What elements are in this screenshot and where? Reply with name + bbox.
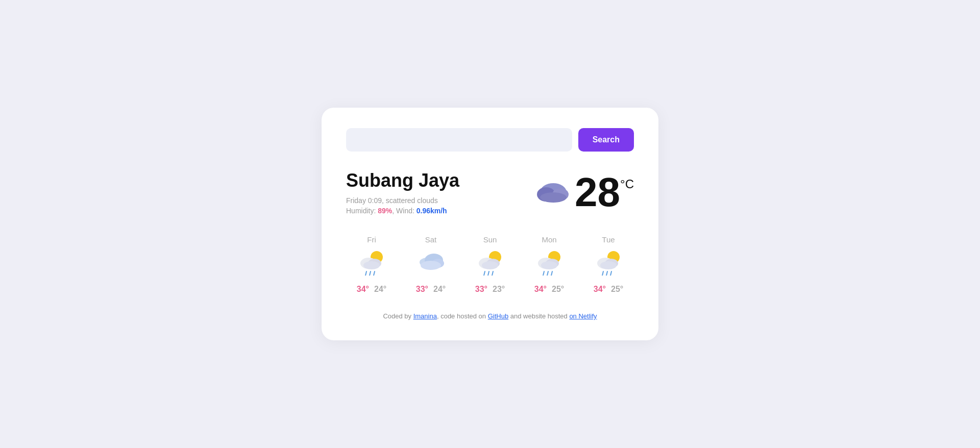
svg-line-26	[543, 271, 544, 276]
temp-high-fri: 34°	[357, 285, 369, 294]
temp-display: 28 °C	[530, 172, 634, 213]
temp-low-fri: 24°	[374, 285, 386, 294]
wind-label: Wind:	[396, 207, 414, 215]
svg-point-25	[541, 261, 557, 269]
date-time: Friday 0:09, scattered clouds	[346, 196, 459, 205]
forecast-icon-tue	[594, 249, 623, 280]
svg-line-21	[492, 271, 493, 276]
humidity-value: 89%	[378, 207, 392, 215]
svg-line-28	[551, 271, 552, 276]
forecast-day-fri: Fri 34° 24°	[346, 235, 397, 294]
forecast-icon-fri	[357, 249, 386, 280]
temp-high-mon: 34°	[534, 285, 547, 294]
temp-low-mon: 25°	[552, 285, 564, 294]
svg-point-14	[421, 261, 441, 270]
svg-line-35	[610, 271, 611, 276]
search-row: subang jaya Search	[346, 128, 634, 152]
svg-line-9	[370, 271, 371, 276]
forecast-day-sat: Sat 33° 24°	[405, 235, 456, 294]
forecast-icon-sat	[416, 249, 445, 280]
footer-text-middle: , code hosted on	[437, 312, 488, 320]
forecast-row: Fri 34° 24° Sat	[346, 235, 634, 294]
temp-low-tue: 25°	[611, 285, 623, 294]
footer: Coded by Imanina, code hosted on GitHub …	[346, 312, 634, 320]
current-weather-section: Subang Jaya Friday 0:09, scattered cloud…	[346, 170, 634, 215]
svg-line-34	[606, 271, 607, 276]
forecast-icon-sun	[476, 249, 504, 280]
forecast-temps-fri: 34° 24°	[357, 285, 386, 294]
svg-line-27	[547, 271, 548, 276]
svg-point-32	[600, 261, 617, 269]
forecast-day-sun: Sun 33° 23°	[464, 235, 516, 294]
city-info: Subang Jaya Friday 0:09, scattered cloud…	[346, 170, 459, 215]
day-label-sun: Sun	[483, 235, 497, 244]
forecast-day-mon: Mon 34° 25°	[524, 235, 575, 294]
wind-value: 0.96km/h	[416, 207, 447, 215]
day-label-tue: Tue	[602, 235, 615, 244]
footer-netlify-link[interactable]: on Netlify	[569, 312, 597, 320]
footer-text-after: and website hosted	[508, 312, 569, 320]
footer-github-link[interactable]: GitHub	[488, 312, 508, 320]
forecast-temps-mon: 34° 25°	[534, 285, 564, 294]
temp-low-sat: 24°	[433, 285, 446, 294]
svg-line-10	[374, 271, 375, 276]
svg-line-8	[365, 271, 366, 276]
footer-author-link[interactable]: Imanina	[413, 312, 437, 320]
city-name: Subang Jaya	[346, 170, 459, 191]
forecast-icon-mon	[535, 249, 564, 280]
temp-high-tue: 34°	[594, 285, 606, 294]
svg-line-20	[488, 271, 489, 276]
footer-text-before: Coded by	[383, 312, 413, 320]
humidity-label: Humidity:	[346, 207, 376, 215]
day-label-mon: Mon	[542, 235, 556, 244]
svg-point-7	[363, 261, 380, 269]
temp-low-sun: 23°	[493, 285, 505, 294]
current-temperature: 28	[575, 172, 620, 213]
humidity-wind: Humidity: 89%, Wind: 0.96km/h	[346, 207, 459, 215]
svg-line-19	[484, 271, 485, 276]
weather-card: subang jaya Search Subang Jaya Friday 0:…	[322, 108, 658, 340]
search-input[interactable]: subang jaya	[346, 128, 572, 152]
svg-point-18	[482, 261, 498, 269]
forecast-temps-tue: 34° 25°	[594, 285, 623, 294]
temp-high-sun: 33°	[475, 285, 487, 294]
current-weather-icon	[530, 174, 571, 212]
forecast-day-tue: Tue 34° 25°	[583, 235, 634, 294]
svg-line-33	[602, 271, 603, 276]
day-label-sat: Sat	[425, 235, 437, 244]
temp-unit: °C	[620, 177, 634, 191]
forecast-temps-sat: 33° 24°	[416, 285, 446, 294]
forecast-temps-sun: 33° 23°	[475, 285, 505, 294]
svg-point-3	[540, 192, 567, 203]
day-label-fri: Fri	[367, 235, 376, 244]
search-button[interactable]: Search	[578, 128, 634, 152]
temp-high-sat: 33°	[416, 285, 428, 294]
